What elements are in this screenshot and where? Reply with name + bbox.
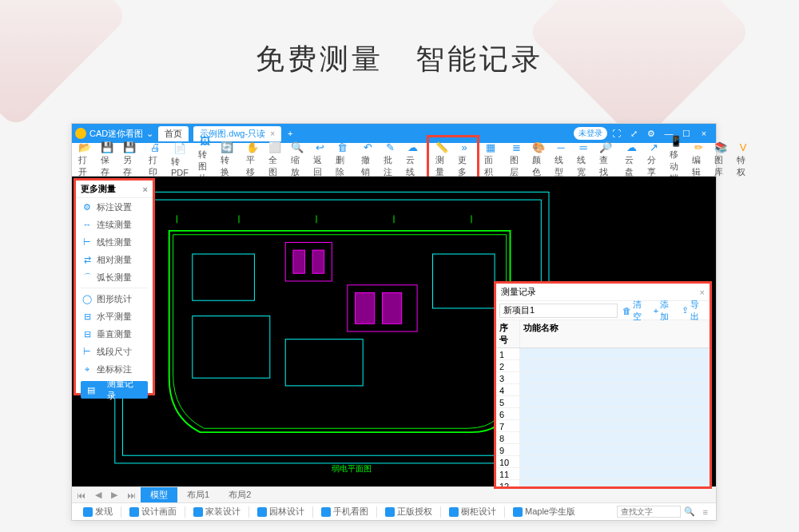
svg-rect-11 [285, 339, 363, 386]
topdf-button[interactable]: 📄转PDF [166, 141, 193, 179]
tab-first-icon[interactable]: ⏮ [72, 490, 90, 500]
measure-item-2[interactable]: ⊢线性测量 [76, 233, 153, 251]
tab-add-button[interactable]: + [288, 129, 292, 138]
measure-button[interactable]: 📏测量 [431, 139, 453, 180]
export-icon: ⇪ [682, 305, 689, 316]
settings-icon[interactable]: ⚙ [642, 129, 660, 139]
measure-item-3[interactable]: ⇄相对测量 [76, 251, 153, 268]
more-button[interactable]: »更多 [453, 139, 475, 180]
status-home-design[interactable]: 家装设计 [185, 506, 248, 518]
fullscreen-icon[interactable]: ⛶ [607, 129, 625, 138]
cloud-button[interactable]: ☁云盘 [620, 139, 642, 180]
project-name-input[interactable] [499, 304, 618, 318]
tab-prev-icon[interactable]: ◀ [90, 490, 106, 500]
cloudline-button[interactable]: ☁云线 [401, 139, 423, 180]
area-button[interactable]: ▦面积 [479, 139, 502, 180]
delete-button[interactable]: 🗑删除 [331, 139, 353, 180]
find-button[interactable]: 🔎查找 [594, 139, 617, 180]
privilege-button[interactable]: V特权 [732, 139, 754, 180]
annotate-icon: ✎ [384, 141, 396, 153]
discover-icon [83, 507, 93, 517]
table-row[interactable]: 5 [496, 396, 710, 408]
library-button[interactable]: 📚图库 [710, 139, 732, 180]
tab-model[interactable]: 模型 [141, 487, 177, 502]
measure-item-0[interactable]: ⚙标注设置 [76, 198, 153, 216]
zoom-button[interactable]: 🔍缩放 [286, 139, 308, 180]
measure-item-1[interactable]: ↔连续测量 [76, 216, 153, 233]
table-row[interactable]: 12 [496, 480, 710, 486]
lineweight-button[interactable]: ═线宽 [572, 139, 594, 180]
status-menu-icon[interactable]: ≡ [698, 507, 713, 517]
svg-rect-8 [193, 254, 255, 300]
undo-button[interactable]: ↶撤销 [356, 139, 379, 180]
status-license[interactable]: 正版授权 [377, 506, 440, 518]
tab-layout1[interactable]: 布局1 [177, 487, 219, 502]
status-mobile-view[interactable]: 手机看图 [313, 506, 376, 518]
search-go-icon[interactable]: 🔍 [681, 506, 698, 517]
saveas-button[interactable]: 💾另存 [118, 139, 141, 180]
login-badge[interactable]: 未登录 [574, 127, 607, 140]
table-row[interactable]: 2 [496, 360, 710, 372]
search-input[interactable] [617, 506, 681, 518]
layer-icon: ≣ [510, 141, 523, 153]
bottom-tabs: ⏮ ◀ ▶ ⏭ 模型 布局1 布局2 [72, 486, 716, 502]
table-row[interactable]: 3 [496, 372, 710, 384]
measure-item-8[interactable]: ⊢线段尺寸 [76, 343, 153, 360]
measure-item-6[interactable]: ⊟水平测量 [76, 308, 153, 325]
convert-icon: 🔄 [221, 141, 233, 153]
measure-item-4[interactable]: ⌒弧长测量 [76, 268, 153, 286]
table-row[interactable]: 7 [496, 420, 710, 432]
horizontal-icon: ⊟ [82, 312, 92, 321]
convert-button[interactable]: 🔄转换 [216, 139, 238, 180]
status-design[interactable]: 设计画面 [121, 506, 185, 518]
area-icon: ▦ [484, 141, 497, 153]
tab-last-icon[interactable]: ⏭ [122, 490, 141, 500]
status-discover[interactable]: 发现 [75, 506, 121, 518]
row-name [520, 384, 710, 395]
record-title: 测量记录 [501, 286, 536, 298]
measure-record-button[interactable]: ▤ 测量记录 [81, 381, 148, 399]
table-row[interactable]: 6 [496, 408, 710, 420]
table-row[interactable]: 9 [496, 444, 710, 456]
svg-text:弱电平面图: 弱电平面图 [332, 464, 372, 473]
row-index: 9 [496, 444, 520, 455]
measure-item-7[interactable]: ⊟垂直测量 [76, 325, 153, 343]
table-row[interactable]: 4 [496, 384, 710, 396]
pan-icon: ✋ [246, 141, 259, 153]
full-button[interactable]: ⬜全图 [264, 139, 286, 180]
pan-button[interactable]: ✋平移 [241, 139, 264, 180]
tab-close-icon[interactable]: × [270, 129, 275, 138]
row-index: 1 [496, 348, 520, 359]
panel-close-icon[interactable]: × [143, 185, 148, 194]
record-close-icon[interactable]: × [700, 288, 705, 297]
table-row[interactable]: 1 [496, 348, 710, 360]
save-button[interactable]: 💾保存 [96, 139, 118, 180]
row-name [520, 420, 710, 431]
row-name [520, 360, 710, 371]
status-maple[interactable]: Maple学生版 [505, 506, 583, 518]
status-cabinet[interactable]: 橱柜设计 [441, 506, 504, 518]
measure-item-5[interactable]: ◯图形统计 [76, 290, 153, 308]
tab-layout2[interactable]: 布局2 [219, 487, 260, 502]
print-icon: 🖨 [149, 141, 161, 153]
color-button[interactable]: 🎨颜色 [527, 139, 550, 180]
open-button[interactable]: 📂打开 [74, 139, 96, 180]
table-row[interactable]: 8 [496, 432, 710, 444]
title-dropdown-icon[interactable]: ⌄ [146, 129, 153, 139]
svg-rect-6 [356, 293, 375, 324]
annotate-button[interactable]: ✎批注 [379, 139, 401, 180]
back-button[interactable]: ↩返回 [308, 139, 331, 180]
table-row[interactable]: 10 [496, 456, 710, 468]
table-row[interactable]: 11 [496, 468, 710, 480]
linetype-button[interactable]: ─线型 [550, 139, 572, 180]
share-button[interactable]: ↗分享 [642, 139, 665, 180]
print-button[interactable]: 🖨打印 [144, 139, 166, 180]
expand-icon[interactable]: ⤢ [625, 129, 642, 139]
edit-button[interactable]: ✏编辑 [687, 139, 710, 180]
status-garden[interactable]: 园林设计 [249, 506, 312, 518]
cabinet-icon [449, 507, 459, 517]
layer-button[interactable]: ≣图层 [505, 139, 527, 180]
close-icon[interactable]: × [695, 129, 713, 138]
tab-next-icon[interactable]: ▶ [106, 490, 122, 500]
measure-item-9[interactable]: ⌖坐标标注 [76, 360, 153, 378]
